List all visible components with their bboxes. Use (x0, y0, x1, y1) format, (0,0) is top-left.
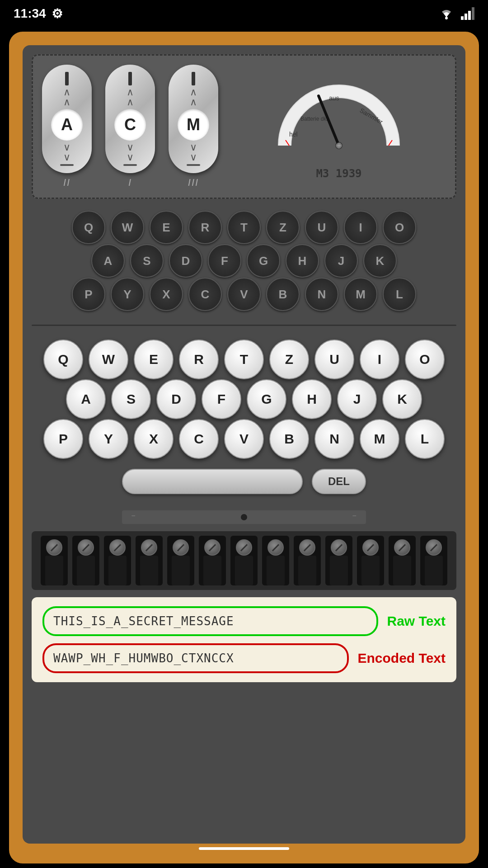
lamp-key: Z (266, 211, 300, 244)
plug-screw (141, 539, 157, 556)
keyboard-key[interactable]: Y (89, 419, 128, 459)
status-icons (438, 7, 474, 20)
keyboard-key[interactable]: U (314, 340, 354, 379)
plug-slot (389, 536, 416, 585)
del-button[interactable]: DEL (312, 469, 366, 494)
lamp-row: QWERTZUIO (32, 211, 456, 244)
plug-body (172, 556, 190, 585)
rotor-body: ∧∧ A ∨∨ (42, 65, 92, 173)
rotor-label: III (188, 177, 199, 189)
keyboard-key[interactable]: D (156, 379, 196, 419)
keyboard-key[interactable]: M (360, 419, 399, 459)
keyboard-key[interactable]: E (134, 340, 174, 379)
svg-text:aus: aus (329, 94, 339, 102)
rotor-letter: A (51, 109, 83, 141)
keyboard-key[interactable]: R (179, 340, 219, 379)
keyboard-row: QWERTZUIO (32, 340, 456, 379)
lamp-key: V (227, 278, 261, 311)
keyboard-key[interactable]: I (360, 340, 399, 379)
plug-screw (78, 539, 94, 556)
gauge-svg: hel Batterie dkl aus Sammler (276, 73, 402, 164)
lamp-key: K (363, 244, 397, 278)
plug-body (425, 556, 443, 585)
gauge-model: M3 1939 (316, 167, 361, 180)
plug-screw (299, 539, 315, 556)
keyboard-key[interactable]: H (292, 379, 332, 419)
keyboard-key[interactable]: Q (43, 340, 83, 379)
keyboard-key[interactable]: X (134, 419, 174, 459)
rotor-chevrons-top: ∧∧ (190, 87, 197, 107)
divider (32, 325, 456, 326)
raw-text-box[interactable]: THIS_IS_A_SECRET_MESSAGE (42, 606, 378, 636)
keyboard-key[interactable]: L (405, 419, 445, 459)
plug-screw (362, 539, 379, 556)
keyboard-key[interactable]: P (43, 419, 83, 459)
keyboard-key[interactable]: N (314, 419, 354, 459)
rotor-dash (123, 164, 137, 166)
home-bar (199, 847, 289, 850)
plug-screw (46, 539, 62, 556)
plug-slot (294, 536, 321, 585)
plug-slot (420, 536, 447, 585)
rotor-label: I (128, 177, 132, 189)
rotor[interactable]: ∧∧ M ∨∨ III (169, 65, 218, 189)
keyboard-key[interactable]: J (337, 379, 377, 419)
keyboard-key[interactable]: K (382, 379, 422, 419)
encoded-text-box[interactable]: WAWP_WH_F_HUMWBO_CTXNCCX (42, 643, 349, 673)
plug-body (235, 556, 253, 585)
plug-slot (104, 536, 131, 585)
keyboard-key[interactable]: T (224, 340, 264, 379)
svg-text:hel: hel (289, 131, 298, 138)
rotor-chevrons-top: ∧∧ (63, 87, 70, 107)
lamp-key: L (383, 278, 416, 311)
keyboard-key[interactable]: F (202, 379, 241, 419)
plug-body (330, 556, 348, 585)
keyboard-section: QWERTZUIOASDFGHJKPYXCVBNML DEL (32, 335, 456, 503)
rotor-chevrons-bottom: ∨∨ (127, 142, 134, 162)
rotor-notch (192, 72, 195, 85)
plug-slot (325, 536, 352, 585)
rotor-body: ∧∧ M ∨∨ (169, 65, 218, 173)
spacebar[interactable] (122, 469, 303, 494)
lamp-key: Q (72, 211, 105, 244)
svg-rect-2 (465, 14, 467, 20)
lamp-key: A (91, 244, 125, 278)
lamp-key: S (130, 244, 164, 278)
rotor-chevrons-bottom: ∨∨ (63, 142, 70, 162)
plug-body (45, 556, 63, 585)
raw-text-row: THIS_IS_A_SECRET_MESSAGE Raw Text (42, 606, 446, 636)
keyboard-key[interactable]: S (111, 379, 151, 419)
keyboard-key[interactable]: W (89, 340, 128, 379)
keyboard-key[interactable]: A (66, 379, 106, 419)
svg-rect-3 (468, 11, 471, 20)
rotor-label: II (63, 177, 70, 189)
rotor-chevrons-top: ∧∧ (127, 87, 134, 107)
signal-icon (461, 7, 474, 20)
lamp-key: D (169, 244, 202, 278)
lampboard: QWERTZUIOASDFGHJKPYXCVBNML (32, 206, 456, 316)
lamp-key: I (344, 211, 377, 244)
keyboard-key[interactable]: Z (269, 340, 309, 379)
svg-rect-4 (472, 7, 474, 20)
scroll-dash-right: ⁻ (352, 512, 357, 523)
rotor-dash (60, 164, 74, 166)
keyboard-key[interactable]: V (224, 419, 264, 459)
lamp-key: B (266, 278, 300, 311)
keyboard-key[interactable]: B (269, 419, 309, 459)
rotor-letter: C (114, 109, 146, 141)
device-frame: ∧∧ A ∨∨ II ∧∧ C ∨∨ I ∧∧ M ∨∨ (9, 32, 479, 863)
keyboard-key[interactable]: G (247, 379, 286, 419)
lamp-key: T (227, 211, 261, 244)
keyboard-key[interactable]: O (405, 340, 445, 379)
plug-slot (357, 536, 384, 585)
rotor[interactable]: ∧∧ C ∨∨ I (105, 65, 155, 189)
keyboard-key[interactable]: C (179, 419, 219, 459)
plug-screw (109, 539, 126, 556)
rotor[interactable]: ∧∧ A ∨∨ II (42, 65, 92, 189)
plug-slot (41, 536, 68, 585)
gauge-container: hel Batterie dkl aus Sammler (276, 73, 402, 164)
encoded-text-row: WAWP_WH_F_HUMWBO_CTXNCCX Encoded Text (42, 643, 446, 673)
inner-panel: ∧∧ A ∨∨ II ∧∧ C ∨∨ I ∧∧ M ∨∨ (23, 45, 465, 844)
rotor-body: ∧∧ C ∨∨ (105, 65, 155, 173)
rotor-notch (65, 72, 69, 85)
